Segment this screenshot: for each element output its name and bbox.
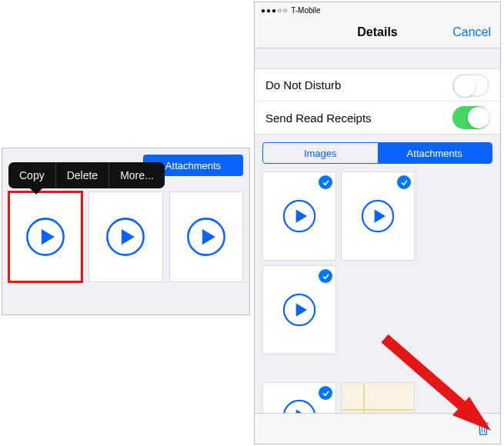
- segmented-control: Images Attachments: [255, 135, 500, 171]
- play-icon: [360, 198, 396, 234]
- context-more[interactable]: More...: [109, 162, 165, 188]
- phone-screenshot: ●●●○○ T-Mobile Details Cancel Do Not Dis…: [254, 2, 501, 444]
- attachment-thumb[interactable]: [169, 191, 243, 282]
- read-receipts-toggle[interactable]: [452, 106, 489, 129]
- nav-bar: Details Cancel: [255, 16, 500, 48]
- read-receipts-row: Send Read Receipts: [255, 102, 500, 134]
- attachment-thumb[interactable]: [262, 171, 336, 261]
- images-tab[interactable]: Images: [263, 143, 378, 163]
- status-bar: ●●●○○ T-Mobile: [255, 2, 500, 16]
- play-icon: [282, 292, 317, 328]
- read-receipts-label: Send Read Receipts: [265, 112, 452, 125]
- settings-group: Do Not Disturb Send Read Receipts: [255, 68, 500, 135]
- checkmark-icon: [397, 175, 411, 189]
- carrier-label: T-Mobile: [291, 6, 320, 15]
- trash-button[interactable]: [476, 419, 491, 439]
- attachment-thumb[interactable]: [262, 265, 336, 354]
- attachment-grid: [255, 171, 500, 354]
- dnd-toggle[interactable]: [452, 74, 489, 97]
- attachment-thumb-selected[interactable]: [8, 191, 82, 282]
- bottom-toolbar: [255, 413, 500, 444]
- cancel-button[interactable]: Cancel: [452, 25, 491, 39]
- nav-title: Details: [357, 25, 397, 39]
- context-delete[interactable]: Delete: [56, 162, 108, 188]
- context-copy[interactable]: Copy: [8, 162, 55, 188]
- signal-dots-icon: ●●●○○: [261, 6, 288, 15]
- do-not-disturb-row: Do Not Disturb: [255, 69, 500, 102]
- trash-icon: [476, 419, 491, 436]
- play-icon: [25, 216, 66, 258]
- left-screenshot: Attachments Copy Delete More...: [2, 148, 250, 315]
- dnd-label: Do Not Disturb: [265, 78, 452, 92]
- play-icon: [105, 216, 146, 258]
- checkmark-icon: [319, 175, 332, 189]
- play-icon: [185, 216, 227, 258]
- attachments-tab[interactable]: Attachments: [378, 143, 492, 163]
- attachment-thumb[interactable]: [341, 171, 415, 261]
- checkmark-icon: [319, 269, 332, 283]
- attachment-thumb[interactable]: [88, 191, 162, 282]
- context-menu: Copy Delete More...: [8, 162, 165, 188]
- play-icon: [282, 198, 317, 234]
- checkmark-icon: [319, 386, 332, 400]
- attachment-row: [8, 191, 243, 282]
